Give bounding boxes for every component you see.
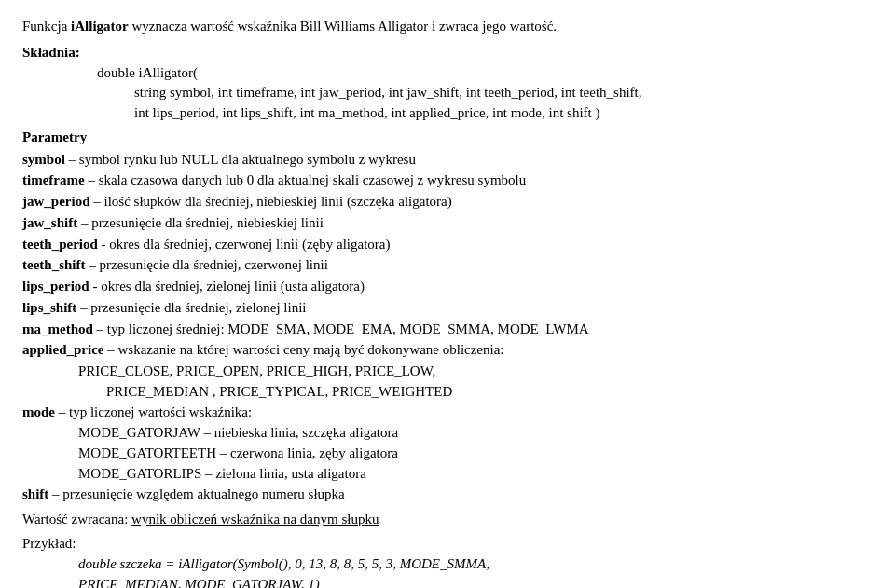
example-section: Przykład: double szczeka = iAlligator(Sy… (22, 534, 873, 588)
example-line1: double szczeka = iAlligator(Symbol(), 0,… (78, 554, 873, 575)
param-timeframe: timeframe – skala czasowa danych lub 0 d… (22, 171, 873, 191)
param-timeframe-dash: – (88, 172, 98, 187)
price-values-line2: PRICE_MEDIAN , PRICE_TYPICAL, PRICE_WEIG… (106, 382, 873, 403)
example-line2: PRICE_MEDIAN, MODE_GATORJAW, 1) (78, 575, 873, 589)
skladnia-section: Składnia: double iAlligator( string symb… (22, 43, 873, 124)
price-values-line2-text: PRICE_MEDIAN , PRICE_TYPICAL, PRICE_WEIG… (106, 384, 452, 399)
param-mode-desc: typ liczonej wartości wskaźnika: (69, 404, 252, 419)
fn-params-line1: string symbol, int timeframe, int jaw_pe… (134, 83, 873, 103)
return-label-before: Wartość zwracana: (22, 512, 131, 526)
params-block: symbol – symbol rynku lub NULL dla aktua… (22, 150, 873, 505)
param-mode-name: mode (22, 404, 55, 419)
example-label-text: Przykład: (22, 536, 76, 551)
mode-value-jaw: MODE_GATORJAW – niebieska linia, szczęka… (78, 423, 873, 444)
param-teeth-shift-name: teeth_shift (22, 257, 86, 272)
param-symbol-dash: – (69, 152, 79, 167)
example-line2-text: PRICE_MEDIAN, MODE_GATORJAW, 1) (78, 577, 320, 589)
param-jaw-shift-dash: – (81, 215, 91, 230)
param-jaw-shift-name: jaw_shift (22, 215, 77, 230)
param-shift-dash: – (52, 486, 62, 501)
mode-value-lips: MODE_GATORLIPS – zielona linia, usta ali… (78, 464, 873, 485)
param-teeth-shift: teeth_shift – przesunięcie dla średniej,… (22, 255, 873, 276)
param-applied-price-dash: – (107, 342, 117, 357)
param-jaw-period-dash: – (93, 194, 103, 209)
param-symbol-name: symbol (22, 152, 65, 167)
param-timeframe-desc: skala czasowa danych lub 0 dla aktualnej… (99, 172, 527, 187)
param-ma-method-name: ma_method (22, 321, 93, 336)
fn-params-line2: int lips_period, int lips_shift, int ma_… (134, 103, 873, 124)
return-value-line: Wartość zwracana: wynik obliczeń wskaźni… (22, 510, 873, 530)
param-lips-shift: lips_shift – przesunięcie dla średniej, … (22, 298, 873, 319)
param-ma-method-dash: – (97, 321, 107, 336)
param-jaw-shift-desc: przesunięcie dla średniej, niebieskiej l… (91, 215, 324, 230)
param-lips-period-name: lips_period (22, 279, 90, 294)
param-symbol: symbol – symbol rynku lub NULL dla aktua… (22, 150, 873, 171)
skladnia-label: Składnia: (22, 45, 80, 60)
param-mode-dash: – (59, 404, 69, 419)
param-teeth-period-name: teeth_period (22, 237, 98, 252)
param-jaw-period-desc: ilość słupków dla średniej, niebieskiej … (104, 194, 452, 209)
fn-signature-start: double iAlligator( (97, 63, 873, 84)
param-shift-name: shift (22, 486, 48, 501)
mode-value-teeth: MODE_GATORTEETH – czerwona linia, zęby a… (78, 444, 873, 464)
param-lips-shift-dash: – (80, 300, 90, 315)
param-jaw-shift: jaw_shift – przesunięcie dla średniej, n… (22, 213, 873, 234)
param-symbol-desc: symbol rynku lub NULL dla aktualnego sym… (79, 152, 416, 167)
param-applied-price-name: applied_price (22, 342, 104, 357)
param-lips-period: lips_period - okres dla średniej, zielon… (22, 277, 873, 297)
price-values-line1: PRICE_CLOSE, PRICE_OPEN, PRICE_HIGH, PRI… (78, 362, 873, 382)
param-ma-method-desc: typ liczonej średniej: MODE_SMA, MODE_EM… (107, 321, 589, 336)
example-label: Przykład: (22, 534, 873, 554)
mode-value-lips-text: MODE_GATORLIPS – zielona linia, usta ali… (78, 466, 366, 481)
param-teeth-period-desc: okres dla średniej, czerwonej linii (zęb… (109, 237, 390, 252)
param-ma-method: ma_method – typ liczonej średniej: MODE_… (22, 320, 873, 340)
intro-fn-name: iAlligator (71, 19, 129, 34)
param-teeth-period: teeth_period - okres dla średniej, czerw… (22, 235, 873, 255)
param-lips-period-dash: - (92, 279, 101, 294)
example-line1-text: double szczeka = iAlligator(Symbol(), 0,… (78, 556, 489, 571)
param-lips-shift-name: lips_shift (22, 300, 76, 315)
parametry-label: Parametry (22, 128, 873, 148)
param-jaw-period-name: jaw_period (22, 194, 90, 209)
param-lips-shift-desc: przesunięcie dla średniej, zielonej lini… (90, 300, 306, 315)
param-shift: shift – przesunięcie względem aktualnego… (22, 485, 873, 505)
return-label-underline: wynik obliczeń wskaźnika na danym słupku (131, 512, 379, 526)
param-shift-desc: przesunięcie względem aktualnego numeru … (62, 486, 344, 501)
param-timeframe-name: timeframe (22, 172, 85, 187)
param-applied-price: applied_price – wskazanie na której wart… (22, 340, 873, 361)
param-mode: mode – typ liczonej wartości wskaźnika: (22, 403, 873, 423)
param-lips-period-desc: okres dla średniej, zielonej linii (usta… (101, 279, 365, 294)
intro-text-after: wyznacza wartość wskaźnika Bill Williams… (129, 19, 557, 34)
mode-value-jaw-text: MODE_GATORJAW – niebieska linia, szczęka… (78, 425, 398, 440)
mode-value-teeth-text: MODE_GATORTEETH – czerwona linia, zęby a… (78, 445, 398, 460)
param-teeth-shift-desc: przesunięcie dla średniej, czerwonej lin… (100, 257, 328, 272)
param-teeth-shift-dash: – (89, 257, 99, 272)
price-values-line1-text: PRICE_CLOSE, PRICE_OPEN, PRICE_HIGH, PRI… (78, 363, 435, 378)
intro-text-before: Funkcja (22, 19, 71, 34)
intro-paragraph: Funkcja iAlligator wyznacza wartość wska… (22, 17, 873, 37)
param-applied-price-desc: wskazanie na której wartości ceny mają b… (118, 342, 504, 357)
param-jaw-period: jaw_period – ilość słupków dla średniej,… (22, 192, 873, 212)
